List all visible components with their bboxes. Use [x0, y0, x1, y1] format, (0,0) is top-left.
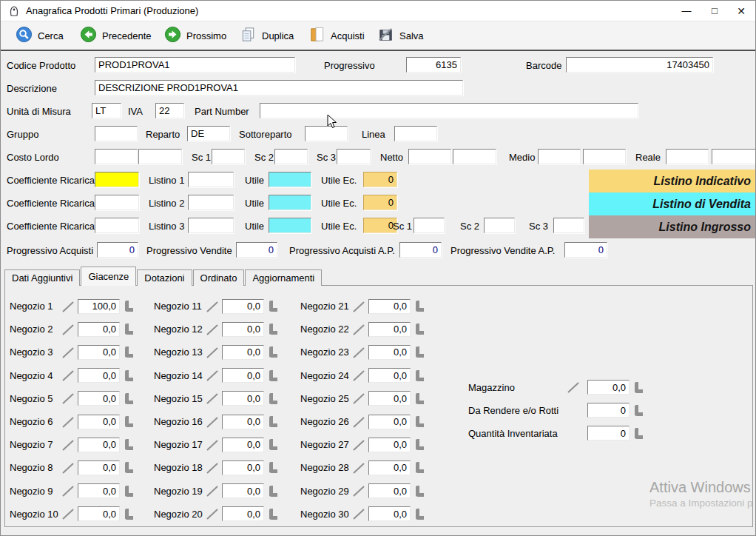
negozio-input[interactable] [78, 322, 120, 337]
corner-l-icon[interactable] [416, 346, 424, 358]
edit-slash-icon[interactable] [352, 507, 367, 520]
corner-l-icon[interactable] [269, 439, 277, 450]
corner-l-icon[interactable] [269, 301, 277, 312]
corner-l-icon[interactable] [416, 439, 424, 450]
negozio-input[interactable] [78, 299, 120, 314]
negozio-input[interactable] [368, 438, 411, 452]
corner-l-icon[interactable] [125, 370, 133, 381]
utile2-input[interactable] [269, 195, 311, 210]
edit-slash-icon[interactable] [61, 369, 76, 382]
negozio-input[interactable] [78, 368, 120, 383]
progressivo-vendite-ap-input[interactable] [564, 242, 607, 258]
costo-lordo-input-2[interactable] [138, 149, 182, 164]
medio-input-2[interactable] [583, 149, 626, 164]
vendita-sc2-input[interactable] [484, 218, 515, 233]
corner-l-icon[interactable] [416, 324, 424, 335]
edit-slash-icon[interactable] [352, 346, 367, 359]
edit-slash-icon[interactable] [206, 461, 220, 475]
listino3-input[interactable] [188, 218, 234, 233]
negozio-input[interactable] [222, 391, 264, 406]
negozio-input[interactable] [368, 299, 411, 314]
sottoreparto-input[interactable] [305, 126, 348, 141]
corner-l-icon[interactable] [125, 301, 133, 312]
tab-ordinato[interactable]: Ordinato [193, 269, 245, 286]
corner-l-icon[interactable] [125, 439, 133, 450]
progressivo-acquisti-ap-input[interactable] [399, 242, 442, 258]
listino2-input[interactable] [188, 195, 234, 210]
edit-slash-icon[interactable] [352, 369, 367, 382]
edit-slash-icon[interactable] [206, 507, 220, 520]
edit-slash-icon[interactable] [61, 323, 76, 336]
iva-input[interactable] [155, 103, 184, 118]
corner-l-icon[interactable] [125, 346, 133, 358]
edit-slash-icon[interactable] [61, 507, 76, 520]
negozio-input[interactable] [368, 460, 411, 475]
utile1-input[interactable] [269, 172, 311, 187]
negozio-input[interactable] [222, 345, 264, 360]
edit-slash-icon[interactable] [352, 438, 367, 452]
coeff-ricarica-input-2[interactable] [95, 195, 139, 210]
negozio-input[interactable] [78, 391, 120, 406]
edit-slash-icon[interactable] [352, 323, 367, 336]
negozio-input[interactable] [78, 506, 120, 521]
corner-l-icon[interactable] [125, 324, 133, 335]
linea-input[interactable] [394, 126, 437, 141]
minimize-button[interactable]: — [674, 1, 699, 21]
edit-slash-icon[interactable] [206, 484, 220, 498]
corner-l-icon[interactable] [125, 416, 133, 427]
corner-l-icon[interactable] [416, 301, 424, 312]
close-button[interactable]: ✕ [729, 1, 754, 21]
negozio-input[interactable] [78, 415, 120, 429]
listino1-input[interactable] [188, 172, 234, 187]
negozio-input[interactable] [368, 345, 411, 360]
corner-l-icon[interactable] [269, 370, 277, 381]
edit-slash-icon[interactable] [206, 438, 220, 452]
corner-l-icon[interactable] [416, 509, 424, 520]
negozio-input[interactable] [222, 322, 264, 337]
corner-l-icon[interactable] [269, 346, 277, 358]
edit-slash-icon[interactable] [352, 415, 367, 429]
reale-input-2[interactable] [712, 149, 756, 164]
edit-slash-icon[interactable] [352, 300, 367, 313]
corner-l-icon[interactable] [269, 324, 277, 335]
negozio-input[interactable] [368, 506, 411, 521]
medio-input-1[interactable] [538, 149, 581, 164]
corner-l-icon[interactable] [269, 416, 277, 427]
negozio-input[interactable] [222, 299, 264, 314]
utile-ec1-input[interactable] [363, 172, 397, 187]
corner-l-icon[interactable] [416, 370, 424, 381]
descrizione-input[interactable] [95, 80, 463, 96]
edit-slash-icon[interactable] [206, 369, 220, 382]
edit-slash-icon[interactable] [567, 381, 581, 394]
edit-slash-icon[interactable] [352, 484, 367, 498]
utile3-input[interactable] [269, 218, 311, 233]
corner-l-icon[interactable] [635, 405, 643, 416]
reparto-input[interactable] [187, 126, 230, 141]
edit-slash-icon[interactable] [206, 323, 220, 336]
negozio-input[interactable] [222, 460, 264, 475]
negozio-input[interactable] [222, 368, 264, 383]
edit-slash-icon[interactable] [61, 438, 76, 452]
corner-l-icon[interactable] [416, 486, 424, 497]
vendita-sc1-input[interactable] [414, 218, 445, 233]
corner-l-icon[interactable] [416, 416, 424, 427]
edit-slash-icon[interactable] [352, 461, 367, 475]
negozio-input[interactable] [222, 483, 264, 498]
reale-input-1[interactable] [666, 149, 709, 164]
corner-l-icon[interactable] [125, 462, 133, 473]
corner-l-icon[interactable] [125, 509, 133, 520]
coeff-ricarica-input-1[interactable] [95, 172, 139, 187]
negozio-input[interactable] [368, 368, 411, 383]
edit-slash-icon[interactable] [61, 484, 76, 498]
previous-button[interactable]: Precedente [77, 25, 155, 46]
search-button[interactable]: Cerca [13, 25, 67, 46]
negozio-input[interactable] [222, 415, 264, 429]
da-rendere-input[interactable] [587, 403, 630, 418]
maximize-button[interactable]: □ [702, 1, 727, 21]
corner-l-icon[interactable] [416, 393, 424, 404]
progressivo-acquisti-input[interactable] [97, 242, 138, 258]
edit-slash-icon[interactable] [352, 392, 367, 405]
costo-lordo-input-1[interactable] [95, 149, 138, 164]
edit-slash-icon[interactable] [206, 346, 220, 359]
magazzino-input[interactable] [587, 380, 630, 395]
